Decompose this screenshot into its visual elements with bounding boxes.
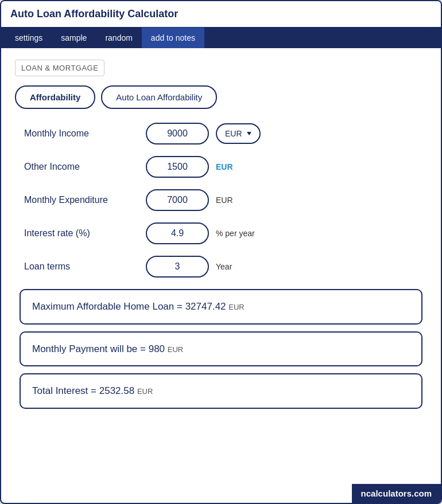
result-total-interest-operator: =	[91, 385, 99, 396]
unit-loan-terms: Year	[216, 262, 232, 271]
tab-affordability[interactable]: Affordability	[15, 85, 95, 109]
nav-sample[interactable]: sample	[52, 28, 96, 48]
input-interest-rate[interactable]	[146, 222, 209, 244]
nav-bar: settings sample random add to notes	[1, 28, 441, 48]
result-total-interest-label: Total Interest	[32, 385, 88, 396]
label-monthly-expenditure: Monthly Expenditure	[24, 195, 139, 205]
nav-add-to-notes[interactable]: add to notes	[142, 28, 204, 48]
result-max-loan-label: Maximum Affordable Home Loan	[32, 301, 174, 312]
currency-dropdown-monthly-income[interactable]: EUR	[216, 123, 261, 144]
unit-interest-rate: % per year	[216, 229, 255, 238]
footer-brand: ncalculators.com	[352, 484, 441, 503]
unit-other-income: EUR	[216, 162, 233, 171]
field-row-loan-terms: Loan terms Year	[24, 256, 418, 278]
input-monthly-income[interactable]	[146, 123, 209, 144]
result-max-loan: Maximum Affordable Home Loan = 32747.42 …	[20, 289, 422, 325]
input-loan-terms[interactable]	[146, 256, 209, 278]
section-label: LOAN & MORTGAGE	[15, 60, 104, 76]
result-monthly-payment-unit: EUR	[168, 345, 183, 354]
result-monthly-payment: Monthly Payment will be = 980 EUR	[20, 331, 422, 367]
input-other-income[interactable]	[146, 156, 209, 178]
result-total-interest: Total Interest = 2532.58 EUR	[20, 373, 422, 409]
main-content: LOAN & MORTGAGE Affordability Auto Loan …	[1, 48, 441, 427]
tab-row: Affordability Auto Loan Affordability	[15, 85, 427, 109]
results-area: Maximum Affordable Home Loan = 32747.42 …	[15, 289, 427, 409]
result-total-interest-unit: EUR	[137, 387, 153, 396]
tab-auto-loan-affordability[interactable]: Auto Loan Affordability	[101, 85, 217, 109]
field-row-other-income: Other Income EUR	[24, 156, 418, 178]
form-area: Monthly Income EUR Other Income EUR Mont…	[15, 123, 427, 278]
nav-settings[interactable]: settings	[6, 28, 52, 48]
nav-random[interactable]: random	[96, 28, 141, 48]
app-title: Auto Loan Affordability Calculator	[1, 1, 441, 28]
label-other-income: Other Income	[24, 162, 139, 172]
result-monthly-payment-operator: =	[140, 343, 149, 354]
result-max-loan-unit: EUR	[228, 303, 244, 311]
unit-monthly-expenditure: EUR	[216, 196, 233, 205]
chevron-down-icon	[247, 132, 251, 135]
field-row-monthly-expenditure: Monthly Expenditure EUR	[24, 189, 418, 211]
result-monthly-payment-value: 980	[149, 343, 165, 354]
result-total-interest-value: 2532.58	[99, 385, 134, 396]
label-interest-rate: Interest rate (%)	[24, 228, 139, 239]
result-max-loan-value: 32747.42	[185, 301, 226, 312]
label-monthly-income: Monthly Income	[24, 128, 139, 139]
field-row-monthly-income: Monthly Income EUR	[24, 123, 418, 144]
currency-label: EUR	[225, 129, 242, 138]
field-row-interest-rate: Interest rate (%) % per year	[24, 222, 418, 244]
result-max-loan-operator: =	[177, 301, 185, 312]
calculator-container: Auto Loan Affordability Calculator setti…	[0, 0, 442, 504]
result-monthly-payment-label: Monthly Payment will be	[32, 343, 137, 354]
label-loan-terms: Loan terms	[24, 261, 139, 272]
input-monthly-expenditure[interactable]	[146, 189, 209, 211]
